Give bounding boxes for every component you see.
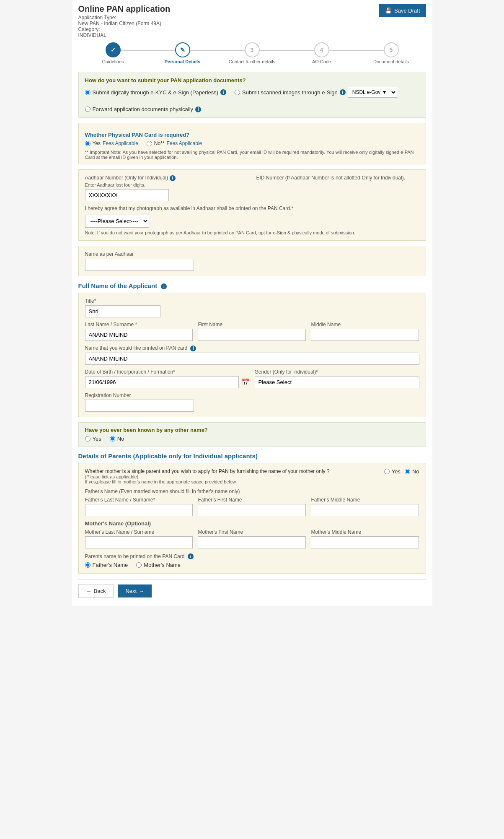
other-name-section: Have you ever been known by any other na…: [78, 422, 426, 447]
step-document-details: 5 Document details: [357, 42, 426, 64]
mother-middle-label: Mother's Middle Name: [311, 529, 419, 535]
parents-print-section: Parents name to be printed on the PAN Ca…: [85, 553, 419, 569]
other-name-yes[interactable]: Yes: [85, 436, 101, 442]
save-icon: 💾: [385, 8, 392, 14]
mother-last-label: Mother's Last Name / Surname: [85, 529, 193, 535]
submit-option-1[interactable]: Submit digitally through e-KYC & e-Sign …: [85, 89, 227, 96]
mothers-name-option[interactable]: Mother's Name: [136, 562, 181, 568]
father-middle-input[interactable]: [311, 504, 419, 516]
aadhaar-input[interactable]: [85, 189, 169, 201]
parents-print-options: Father's Name Mother's Name: [85, 562, 419, 568]
mother-middle-input[interactable]: [311, 536, 419, 548]
reg-number-input[interactable]: [85, 400, 194, 412]
info-icon-2: i: [340, 89, 346, 95]
physical-pan-options: Yes Fees Applicable No** Fees Applicable: [85, 140, 419, 146]
mother-first-input[interactable]: [198, 536, 306, 548]
physical-pan-no[interactable]: No** Fees Applicable: [147, 140, 202, 146]
gender-select[interactable]: Please Select Male Female Transgender: [255, 376, 419, 388]
step-contact-details: 3 Contact & other details: [217, 42, 287, 64]
middle-name-input[interactable]: [311, 329, 419, 341]
first-name-group: First Name: [198, 322, 306, 341]
aadhaar-info-icon: i: [170, 175, 176, 181]
app-meta: Application Type: New PAN - Indian Citiz…: [78, 15, 171, 38]
other-name-options: Yes No: [85, 436, 419, 442]
mother-name-row: Mother's Last Name / Surname Mother's Fi…: [85, 529, 419, 548]
pan-name-group: Name that you would like printed on PAN …: [85, 345, 419, 365]
gender-label: Gender (Only for individual)*: [255, 369, 419, 375]
mother-first-group: Mother's First Name: [198, 529, 306, 548]
app-type-value: New PAN - Indian Citizen (Form 49A): [78, 21, 171, 26]
mother-middle-group: Mother's Middle Name: [311, 529, 419, 548]
step-label-5: Document details: [373, 59, 409, 64]
app-type-label: Application Type:: [78, 15, 171, 21]
aadhaar-section: Aadhaar Number (Only for Individual) i E…: [78, 169, 426, 241]
submit-options: Submit digitally through e-KYC & e-Sign …: [85, 87, 419, 112]
save-draft-button[interactable]: 💾 Save Draft: [379, 4, 426, 17]
nsdl-select[interactable]: NSDL e-Gov ▼: [348, 87, 397, 98]
father-middle-label: Father's Middle Name: [311, 497, 419, 503]
single-parent-yes[interactable]: Yes: [384, 468, 401, 475]
dob-input[interactable]: [85, 376, 239, 388]
first-name-input[interactable]: [198, 329, 306, 341]
title-select[interactable]: Shri Smt Kumari M/s: [85, 305, 160, 317]
back-button[interactable]: ← Back: [78, 584, 114, 598]
submit-option-3[interactable]: Forward application documents physically…: [85, 106, 202, 112]
aadhaar-col-right: EID Number (If Aadhaar Number is not all…: [256, 175, 419, 201]
other-name-no[interactable]: No: [110, 436, 124, 442]
submit-section: How do you want to submit your PAN appli…: [78, 72, 426, 118]
mother-last-input[interactable]: [85, 536, 193, 548]
agree-section: I hereby agree that my photograph as ava…: [85, 205, 419, 235]
single-parent-sub: If yes,please fill in mother's name in t…: [85, 479, 376, 484]
father-first-group: Father's First Name: [198, 497, 306, 516]
full-name-heading: Full Name of the Applicant i: [78, 282, 426, 290]
mother-first-label: Mother's First Name: [198, 529, 306, 535]
single-parent-row: Whether mother is a single parent and yo…: [85, 468, 419, 484]
last-name-label: Last Name / Surname *: [85, 322, 193, 327]
agree-select[interactable]: ----Please Select---- Yes No: [85, 215, 149, 228]
calendar-icon[interactable]: 📅: [241, 378, 250, 386]
category-label: Category:: [78, 26, 171, 32]
category-value: INDIVIDUAL: [78, 32, 171, 38]
aadhaar-note: Note: If you do not want your photograph…: [85, 230, 419, 235]
gender-group: Gender (Only for individual)* Please Sel…: [255, 369, 419, 388]
father-last-input[interactable]: [85, 504, 193, 516]
title-label: Title*: [85, 298, 419, 304]
single-parent-options: Yes No: [384, 468, 419, 475]
step-personal-details: ✎ Personal Details: [148, 42, 217, 64]
father-first-input[interactable]: [198, 504, 306, 516]
title-group: Title* Shri Smt Kumari M/s: [85, 298, 419, 317]
pan-name-info-icon: i: [190, 345, 196, 351]
aadhaar-row: Aadhaar Number (Only for Individual) i E…: [85, 175, 419, 201]
pan-name-input[interactable]: [85, 353, 419, 365]
single-parent-no[interactable]: No: [405, 468, 419, 475]
aadhaar-sublabel: Enter Aadhaar last four digits.: [85, 182, 248, 187]
submit-option-2[interactable]: Submit scanned images through e-Sign i N…: [235, 87, 397, 98]
full-name-section: Title* Shri Smt Kumari M/s Last Name / S…: [78, 293, 426, 417]
father-name-heading: Father's Name (Even married women should…: [85, 488, 419, 494]
reg-number-group: Registration Number: [85, 392, 419, 412]
next-button[interactable]: Next →: [118, 584, 152, 597]
name-aadhaar-label: Name as per Aadhaar: [85, 251, 419, 257]
middle-name-group: Middle Name: [311, 322, 419, 341]
page-title: Online PAN application: [78, 4, 171, 14]
step-label-4: AO Code: [312, 59, 331, 64]
father-middle-group: Father's Middle Name: [311, 497, 419, 516]
father-last-label: Father's Last Name / Surname*: [85, 497, 193, 503]
mother-name-heading: Mother's Name (Optional): [85, 520, 419, 527]
physical-pan-yes[interactable]: Yes Fees Applicable: [85, 140, 138, 146]
step-label-3: Contact & other details: [229, 59, 275, 64]
step-label-1: Guidelines: [102, 59, 124, 64]
submit-question: How do you want to submit your PAN appli…: [85, 77, 419, 83]
last-name-input[interactable]: [85, 329, 193, 341]
fathers-name-option[interactable]: Father's Name: [85, 562, 128, 568]
father-last-group: Father's Last Name / Surname*: [85, 497, 193, 516]
parents-print-label: Parents name to be printed on the PAN Ca…: [85, 553, 419, 560]
last-name-group: Last Name / Surname *: [85, 322, 193, 341]
physical-pan-section: Whether Physical PAN Card is required? Y…: [78, 123, 426, 164]
step-circle-5: 5: [384, 42, 399, 57]
other-name-question: Have you ever been known by any other na…: [85, 427, 419, 433]
physical-pan-question: Whether Physical PAN Card is required?: [85, 132, 419, 138]
step-guidelines: ✓ Guidelines: [78, 42, 148, 64]
dob-gender-row: Date of Birth / Incorporation / Formatio…: [85, 369, 419, 388]
name-aadhaar-input[interactable]: [85, 259, 194, 271]
